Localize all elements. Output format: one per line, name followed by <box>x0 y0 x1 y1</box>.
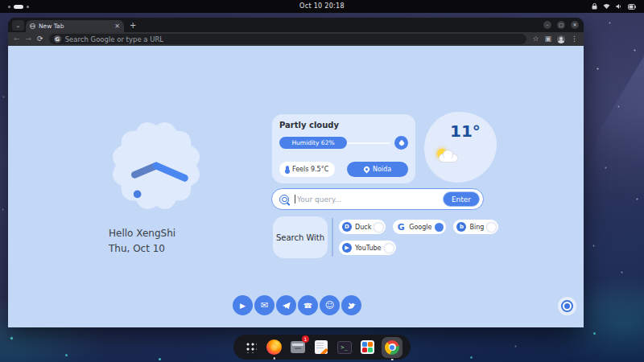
settings-ring-icon <box>561 300 573 312</box>
search-engine-list: D Duck G Google b Bing ▶ YouTube <box>339 220 508 255</box>
humidity-pill: Humidity 62% <box>279 137 347 149</box>
restore-button[interactable]: ▢ <box>557 21 565 29</box>
running-indicator <box>273 357 275 360</box>
droplet-icon <box>398 139 404 146</box>
clock-second-dot <box>134 191 142 199</box>
engine-youtube[interactable]: ▶ YouTube <box>339 241 396 255</box>
enter-button[interactable]: Enter <box>443 191 480 207</box>
humidity-droplet-button[interactable] <box>394 136 408 150</box>
tab-title: New Tab <box>39 23 111 30</box>
reddit-icon: ☺ <box>325 300 334 311</box>
engine-radio[interactable] <box>374 223 383 232</box>
wifi-icon <box>603 3 610 10</box>
dock-chrome[interactable] <box>382 337 402 358</box>
thermometer-icon <box>286 166 289 173</box>
new-tab-button[interactable]: + <box>130 21 136 30</box>
dock-software[interactable] <box>358 338 377 356</box>
bookmark-star-icon[interactable]: ☆ <box>532 35 539 43</box>
app-grid-icon <box>245 341 257 353</box>
archive-manager-icon <box>291 341 305 353</box>
workspace-active-pill[interactable] <box>14 5 23 9</box>
notification-badge: 1 <box>302 335 309 343</box>
engine-radio[interactable] <box>487 223 496 232</box>
weather-pills: Feels 9.5°C Noida <box>279 162 408 177</box>
dock-app-grid[interactable] <box>242 338 260 356</box>
battery-icon <box>628 4 636 10</box>
twitter-shortcut[interactable] <box>341 295 361 315</box>
tab-search-button[interactable]: ⌄ <box>12 20 24 31</box>
search-input[interactable] <box>297 195 443 204</box>
profile-avatar[interactable] <box>557 35 565 43</box>
close-button[interactable]: ✕ <box>571 21 579 29</box>
duckduckgo-icon: D <box>342 222 352 232</box>
engine-bing[interactable]: b Bing <box>453 220 498 234</box>
city-pill[interactable]: Noida <box>347 162 408 177</box>
forward-icon[interactable]: → <box>26 35 32 43</box>
location-pin-icon <box>363 166 371 174</box>
dock-firefox[interactable] <box>265 338 283 356</box>
twitter-icon <box>347 301 357 311</box>
humidity-track <box>342 142 390 145</box>
google-search-icon: G <box>54 35 61 43</box>
engine-label: Bing <box>469 224 484 231</box>
whatsapp-icon: ☎ <box>303 302 312 310</box>
weather-condition: Partly cloudy <box>279 121 408 130</box>
system-status-area[interactable] <box>592 3 636 10</box>
back-icon[interactable]: ← <box>14 35 20 43</box>
minimize-button[interactable]: – <box>543 21 551 29</box>
software-icon <box>361 340 374 354</box>
firefox-icon <box>266 339 282 355</box>
engine-label: YouTube <box>355 245 382 252</box>
tab-favicon-globe-icon <box>30 23 35 29</box>
running-indicator <box>391 359 394 361</box>
whatsapp-shortcut[interactable]: ☎ <box>298 295 318 315</box>
workspace-dot[interactable] <box>27 6 29 8</box>
reddit-shortcut[interactable]: ☺ <box>320 295 340 315</box>
tab-strip: ⌄ New Tab ✕ + – ▢ ✕ <box>8 18 584 32</box>
settings-fab-button[interactable] <box>558 297 576 315</box>
engine-radio[interactable] <box>385 244 394 253</box>
telegram-icon <box>282 301 291 311</box>
clock-date-menu[interactable]: Oct 10 20:18 <box>299 0 345 13</box>
mail-shortcut[interactable]: ✉ <box>254 295 275 315</box>
query-search-bar[interactable]: Enter <box>271 188 484 210</box>
window-controls: – ▢ ✕ <box>543 21 579 29</box>
weather-card: Partly cloudy Humidity 62% Feels 9.5°C N… <box>272 114 415 183</box>
engine-google[interactable]: G Google <box>393 220 446 234</box>
bing-icon: b <box>456 222 466 232</box>
workspace-indicator[interactable] <box>8 5 29 9</box>
system-top-bar: Oct 10 20:18 <box>0 0 644 13</box>
greeting-text: Hello XengShi <box>109 228 175 239</box>
dock-archive-manager[interactable]: 1 <box>288 338 307 356</box>
engine-duck[interactable]: D Duck <box>339 220 386 234</box>
feels-like-text: Feels 9.5°C <box>292 166 328 173</box>
youtube-icon: ▶ <box>342 243 352 253</box>
date-text: Thu, Oct 10 <box>109 243 165 254</box>
dock-terminal[interactable]: >_ <box>335 338 353 356</box>
tab-close-icon[interactable]: ✕ <box>114 23 120 30</box>
humidity-row: Humidity 62% <box>279 136 408 150</box>
chrome-icon <box>385 340 399 355</box>
telegram-shortcut[interactable] <box>276 295 296 315</box>
mail-icon: ✉ <box>261 300 268 311</box>
analog-clock-widget[interactable] <box>103 113 209 219</box>
temperature-value: 11° <box>450 121 481 141</box>
search-magnifier-icon <box>279 195 289 204</box>
dock: 1 >_ <box>233 335 411 360</box>
reload-icon[interactable]: ⟳ <box>37 35 43 43</box>
new-tab-page: Hello XengShi Thu, Oct 10 Partly cloudy … <box>8 46 584 327</box>
tab-new-tab[interactable]: New Tab ✕ <box>26 20 124 32</box>
workspace-dot[interactable] <box>8 6 10 8</box>
engine-radio-selected[interactable] <box>435 223 444 232</box>
menu-kebab-icon[interactable]: ⋮ <box>571 35 578 43</box>
temperature-blob: 11° <box>424 112 497 183</box>
cloud-icon <box>439 154 458 162</box>
terminal-icon: >_ <box>337 341 352 354</box>
search-with-card: Search With <box>273 216 328 258</box>
dock-text-editor[interactable] <box>312 338 330 356</box>
youtube-shortcut[interactable]: ▶ <box>233 295 253 315</box>
address-bar[interactable]: G Search Google or type a URL <box>49 34 527 44</box>
engine-label: Duck <box>355 224 371 231</box>
extensions-icon[interactable]: ▣ <box>544 35 551 43</box>
city-name: Noida <box>373 166 391 173</box>
